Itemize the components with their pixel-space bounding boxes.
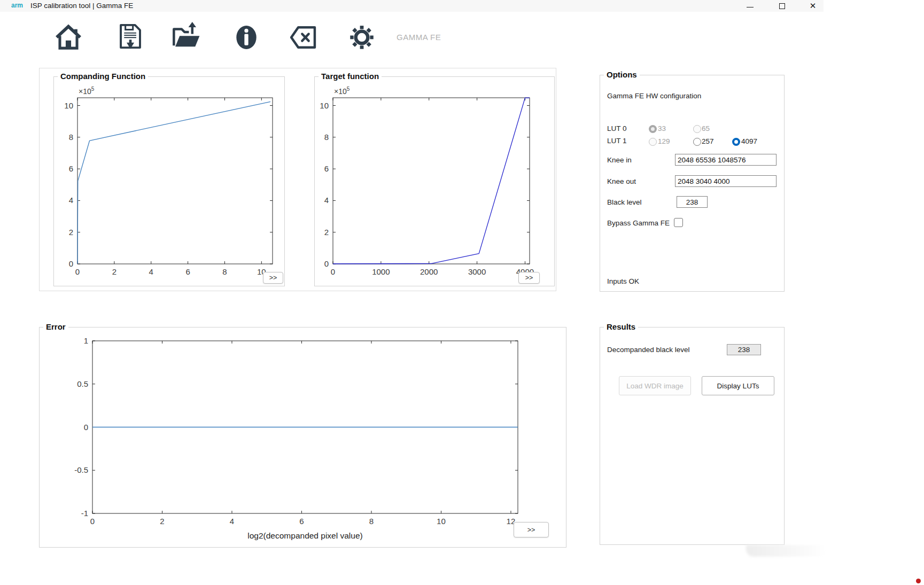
open-button[interactable] <box>170 21 202 52</box>
target-function-chart: 010002000300040000246810×105 <box>315 77 554 286</box>
settings-button[interactable] <box>346 21 377 53</box>
results-panel: Results Decompanded black level 238 Load… <box>600 327 785 545</box>
svg-text:4: 4 <box>69 196 73 205</box>
svg-text:2: 2 <box>69 228 73 237</box>
target-expand-button[interactable]: >> <box>518 272 540 284</box>
knee-out-label: Knee out <box>607 177 636 185</box>
save-icon <box>117 20 144 53</box>
bypass-gamma-fe-checkbox[interactable] <box>674 218 683 227</box>
options-title: Options <box>604 70 640 79</box>
svg-text:3000: 3000 <box>468 267 486 276</box>
display-luts-button[interactable]: Display LUTs <box>702 376 774 395</box>
svg-text:2000: 2000 <box>420 267 438 276</box>
svg-text:6: 6 <box>185 267 190 276</box>
close-icon: ✕ <box>810 0 817 11</box>
svg-text:0: 0 <box>324 259 329 268</box>
svg-text:-0.5: -0.5 <box>74 465 88 474</box>
clear-button[interactable] <box>285 24 321 51</box>
radio-dot <box>734 140 738 144</box>
knee-out-input[interactable] <box>675 175 777 187</box>
error-groupbox: Error 024681012-1-0.500.51log2(decompand… <box>39 327 566 548</box>
svg-text:4: 4 <box>230 517 234 526</box>
svg-text:×105: ×105 <box>334 86 350 96</box>
knee-in-input[interactable] <box>675 154 777 166</box>
svg-text:×105: ×105 <box>79 86 95 96</box>
options-panel: Options Gamma FE HW configuration LUT 0 … <box>600 75 785 292</box>
window-shadow-artifact <box>746 545 826 557</box>
open-folder-icon <box>170 21 202 52</box>
svg-text:6: 6 <box>324 164 329 173</box>
info-icon <box>232 22 260 53</box>
svg-text:0: 0 <box>69 259 73 268</box>
backspace-icon <box>285 24 321 51</box>
svg-text:10: 10 <box>320 101 329 110</box>
radio-lut-129-label: 129 <box>658 137 670 145</box>
svg-text:0: 0 <box>75 267 80 276</box>
error-chart: 024681012-1-0.500.51log2(decompanded pix… <box>40 327 566 547</box>
svg-text:8: 8 <box>369 517 374 526</box>
svg-text:2: 2 <box>324 228 329 237</box>
decompanded-black-level-label: Decompanded black level <box>607 346 690 354</box>
svg-text:0.5: 0.5 <box>77 379 88 388</box>
svg-text:1: 1 <box>84 336 88 345</box>
save-button[interactable] <box>117 20 144 53</box>
radio-lut-33[interactable] <box>649 125 657 133</box>
radio-lut-4097[interactable] <box>732 138 740 146</box>
results-title: Results <box>604 322 638 331</box>
home-icon <box>54 21 83 52</box>
svg-text:10: 10 <box>64 101 73 110</box>
app-window: arm ISP calibration tool | Gamma FE ✕ <box>0 0 924 585</box>
radio-lut-129[interactable] <box>649 138 657 146</box>
minimize-icon <box>747 7 754 7</box>
radio-dot <box>651 127 655 131</box>
info-button[interactable] <box>232 22 260 53</box>
radio-lut-4097-label: 4097 <box>741 137 757 145</box>
knee-in-label: Knee in <box>607 156 632 164</box>
svg-text:-1: -1 <box>81 509 88 518</box>
svg-text:10: 10 <box>437 517 446 526</box>
svg-text:log2(decompanded pixel value): log2(decompanded pixel value) <box>247 531 362 540</box>
companding-function-chart: 02468100246810×105 <box>54 77 284 286</box>
svg-text:4: 4 <box>149 267 153 276</box>
radio-lut-33-label: 33 <box>658 124 666 132</box>
maximize-icon <box>779 3 785 9</box>
close-button[interactable]: ✕ <box>805 0 821 11</box>
svg-text:8: 8 <box>222 267 227 276</box>
page-title-label: GAMMA FE <box>397 33 441 42</box>
svg-text:2: 2 <box>112 267 117 276</box>
maximize-button[interactable] <box>774 0 790 12</box>
recording-indicator-dot <box>916 579 921 583</box>
svg-text:8: 8 <box>69 132 73 142</box>
svg-text:2: 2 <box>160 517 164 526</box>
target-function-groupbox: Target function 010002000300040000246810… <box>314 76 555 286</box>
radio-lut-65[interactable] <box>693 125 701 133</box>
arm-logo: arm <box>11 2 23 9</box>
radio-lut-65-label: 65 <box>702 124 710 132</box>
load-wdr-image-button[interactable]: Load WDR image <box>619 376 691 395</box>
home-button[interactable] <box>54 21 83 52</box>
svg-text:4: 4 <box>324 196 329 205</box>
bypass-gamma-fe-label: Bypass Gamma FE <box>607 219 670 227</box>
svg-text:8: 8 <box>324 132 329 142</box>
svg-text:6: 6 <box>299 517 304 526</box>
radio-lut-257[interactable] <box>693 138 701 146</box>
gamma-fe-config-label: Gamma FE HW configuration <box>607 92 701 100</box>
minimize-button[interactable] <box>742 0 758 11</box>
svg-text:0: 0 <box>90 517 95 526</box>
black-level-input[interactable] <box>677 196 708 208</box>
radio-lut-257-label: 257 <box>702 137 714 145</box>
svg-text:0: 0 <box>84 423 88 432</box>
gear-icon <box>346 21 377 53</box>
svg-text:1000: 1000 <box>372 267 390 276</box>
lut0-label: LUT 0 <box>607 124 627 132</box>
titlebar: arm ISP calibration tool | Gamma FE ✕ <box>0 0 824 12</box>
window-title: ISP calibration tool | Gamma FE <box>30 2 133 10</box>
inputs-status-text: Inputs OK <box>607 277 639 285</box>
companding-expand-button[interactable]: >> <box>263 272 283 284</box>
svg-text:0: 0 <box>331 267 335 276</box>
decompanded-black-level-value: 238 <box>727 344 761 355</box>
black-level-label: Black level <box>607 198 642 206</box>
lut1-label: LUT 1 <box>607 137 627 145</box>
error-expand-button[interactable]: >> <box>514 522 549 537</box>
companding-function-groupbox: Companding Function 02468100246810×105 <box>53 76 285 286</box>
